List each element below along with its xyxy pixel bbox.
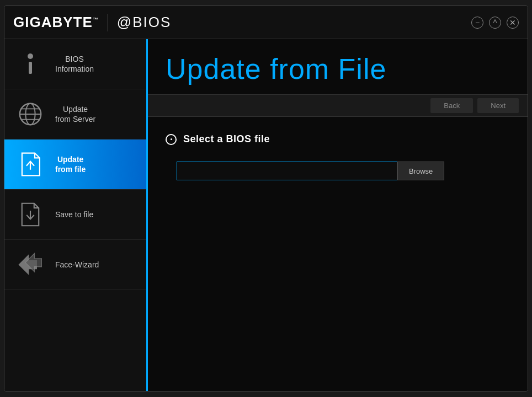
file-input-row: Browse — [177, 162, 510, 180]
app-name-label: @BIOS — [117, 14, 172, 31]
section-title: Select a BIOS file — [183, 133, 270, 145]
content-body: Select a BIOS file Browse — [148, 117, 528, 391]
maximize-button[interactable]: ^ — [489, 17, 501, 29]
sidebar-item-update-from-file[interactable]: Update from file — [4, 140, 146, 190]
globe-icon — [15, 99, 45, 129]
info-icon — [15, 49, 45, 79]
sidebar-item-label-update-from-file: Update from file — [55, 154, 86, 174]
logo-text: GIGABYTE — [13, 14, 93, 30]
page-title: Update from File — [166, 52, 510, 85]
svg-rect-1 — [29, 62, 32, 74]
face-wizard-icon — [15, 250, 45, 280]
browse-button[interactable]: Browse — [397, 162, 444, 180]
sidebar-item-bios-information[interactable]: BIOS Information — [4, 39, 146, 89]
content-header: Update from File — [148, 39, 528, 94]
title-divider — [108, 14, 108, 31]
sidebar-item-face-wizard[interactable]: Face-Wizard — [4, 240, 146, 290]
nav-bar: Back Next — [148, 94, 528, 117]
sidebar-item-label-update-from-server: Update from Server — [55, 104, 95, 124]
svg-point-0 — [28, 53, 33, 59]
save-file-icon — [15, 200, 45, 229]
section-header: Select a BIOS file — [166, 133, 510, 145]
sidebar-item-label-bios-information: BIOS Information — [55, 54, 94, 74]
file-path-input[interactable] — [177, 162, 397, 180]
close-button[interactable]: ✕ — [507, 17, 519, 29]
title-bar-left: GIGABYTE™ @BIOS — [13, 14, 171, 31]
sidebar: BIOS Information Update f — [4, 39, 148, 391]
sidebar-item-update-from-server[interactable]: Update from Server — [4, 89, 146, 140]
next-button[interactable]: Next — [477, 98, 519, 113]
app-logo: GIGABYTE™ — [13, 14, 99, 31]
title-bar: GIGABYTE™ @BIOS − ^ ✕ — [4, 6, 528, 39]
content-area: Update from File Back Next Select a BIOS… — [148, 39, 528, 391]
upload-file-icon — [15, 149, 45, 179]
sidebar-item-label-save-to-file: Save to file — [55, 210, 93, 219]
section-radio-icon — [166, 134, 177, 145]
sidebar-item-label-face-wizard: Face-Wizard — [55, 260, 99, 270]
back-button[interactable]: Back — [430, 98, 473, 113]
logo-tm: ™ — [93, 17, 99, 23]
title-bar-controls: − ^ ✕ — [471, 17, 519, 29]
app-window: GIGABYTE™ @BIOS − ^ ✕ BIOS — [4, 6, 528, 391]
main-layout: BIOS Information Update f — [4, 39, 528, 391]
sidebar-item-save-to-file[interactable]: Save to file — [4, 190, 146, 240]
minimize-button[interactable]: − — [471, 17, 483, 29]
